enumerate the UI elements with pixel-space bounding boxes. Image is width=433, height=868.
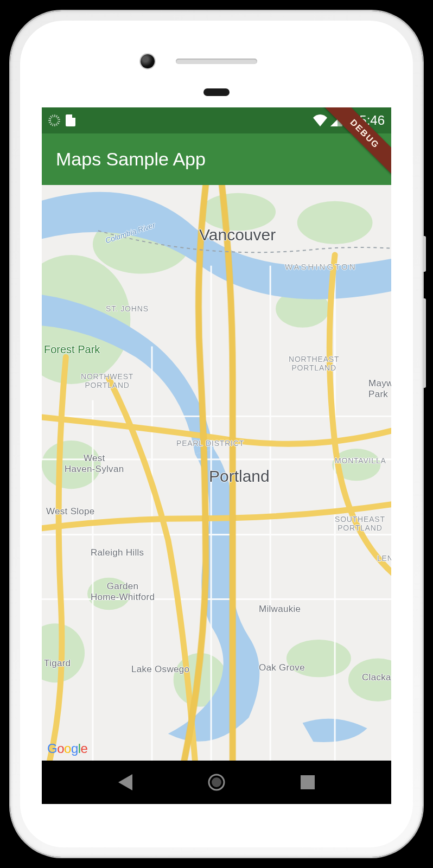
district-label-lents: LENTS xyxy=(377,554,391,563)
place-label-vancouver: Vancouver xyxy=(199,226,276,244)
front-camera xyxy=(141,54,155,68)
loading-spinner-icon xyxy=(48,114,60,126)
park-label-forest: Forest Park xyxy=(44,343,100,356)
side-button xyxy=(423,236,426,272)
svg-point-6 xyxy=(297,201,373,244)
google-logo: Google xyxy=(47,741,87,756)
state-label: WASHINGTON xyxy=(285,262,357,271)
side-button xyxy=(423,298,426,388)
phone-bezel: 5:46 DEBUG Maps Sample App xyxy=(20,21,413,847)
proximity-sensor xyxy=(203,88,230,96)
nav-back-button[interactable] xyxy=(114,771,137,794)
city-label-portland: Portland xyxy=(209,467,270,486)
place-label-lakeoswego: Lake Oswego xyxy=(131,664,189,675)
svg-rect-26 xyxy=(301,775,315,789)
place-label-raleigh: Raleigh Hills xyxy=(91,547,144,558)
device-screen: 5:46 DEBUG Maps Sample App xyxy=(42,107,391,804)
status-bar: 5:46 DEBUG xyxy=(42,107,391,133)
district-label-se: SOUTHEAST PORTLAND xyxy=(335,515,385,532)
district-label-ne: NORTHEAST PORTLAND xyxy=(289,355,339,372)
nav-home-button[interactable] xyxy=(205,771,228,794)
phone-frame: 5:46 DEBUG Maps Sample App xyxy=(10,11,423,857)
svg-point-25 xyxy=(212,777,221,787)
place-label-tigard: Tigard xyxy=(44,658,71,669)
district-label-pearl: PEARL DISTRICT xyxy=(176,439,244,448)
place-label-oakgrove: Oak Grove xyxy=(259,662,305,673)
place-label-garden: Garden Home-Whitford xyxy=(91,581,155,603)
district-label-montavilla: MONTAVILLA xyxy=(335,456,386,465)
app-title: Maps Sample App xyxy=(56,149,206,170)
sd-card-icon xyxy=(66,114,75,126)
district-label-stjohns: ST. JOHNS xyxy=(106,304,149,313)
app-bar: Maps Sample App xyxy=(42,133,391,185)
nav-recents-button[interactable] xyxy=(296,771,319,794)
place-label-westslope: West Slope xyxy=(46,506,95,517)
google-map-view[interactable]: Vancouver Columbia River WASHINGTON ST. … xyxy=(42,185,391,761)
place-label-milwaukie: Milwaukie xyxy=(259,604,301,615)
district-label-nw: NORTHWEST PORTLAND xyxy=(81,372,133,390)
place-label-clackamas: Clackama xyxy=(362,672,391,683)
wifi-icon xyxy=(313,114,327,126)
earpiece-speaker xyxy=(176,59,257,64)
place-label-whs: West Haven-Sylvan xyxy=(65,453,124,475)
navigation-bar xyxy=(42,761,391,804)
place-label-maywood: Maywo Park xyxy=(368,378,391,400)
svg-point-5 xyxy=(200,193,276,231)
